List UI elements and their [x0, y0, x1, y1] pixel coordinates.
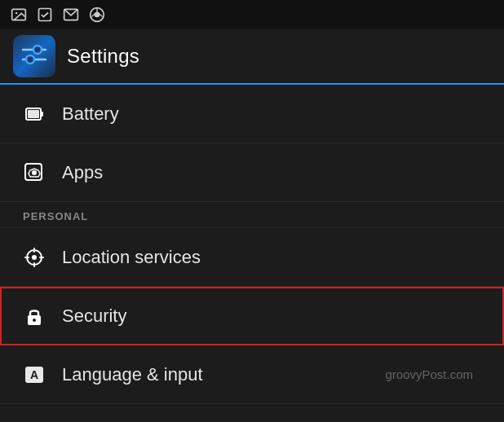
svg-point-17: [32, 170, 37, 175]
personal-section-header: PERSONAL: [0, 202, 504, 228]
svg-point-10: [33, 46, 42, 54]
mail-status-icon: [62, 6, 80, 24]
android-settings-screen: Settings Battery Apps: [0, 0, 504, 422]
svg-point-19: [32, 255, 37, 260]
svg-text:A: A: [30, 368, 38, 381]
language-label: Language & input: [62, 364, 203, 385]
menu-item-location[interactable]: Location services: [0, 228, 504, 287]
settings-app-icon: [13, 35, 55, 77]
battery-icon: [23, 103, 46, 125]
menu-item-language[interactable]: A Language & input groovyPost.com: [0, 345, 504, 404]
svg-point-1: [15, 12, 17, 15]
menu-item-apps[interactable]: Apps: [0, 143, 504, 202]
settings-header: Settings: [0, 29, 504, 85]
apps-label: Apps: [62, 162, 103, 183]
watermark: groovyPost.com: [385, 367, 473, 381]
menu-list: Battery Apps PERSONAL: [0, 85, 504, 422]
lock-icon: [23, 305, 46, 327]
battery-label: Battery: [62, 103, 119, 125]
apps-icon: [23, 161, 46, 184]
language-icon: A: [23, 363, 46, 386]
svg-point-5: [95, 12, 100, 18]
svg-point-12: [26, 55, 34, 64]
settings-sliders-icon: [20, 42, 49, 71]
location-label: Location services: [62, 247, 201, 268]
header-title: Settings: [67, 45, 139, 68]
chrome-status-icon: [88, 6, 106, 24]
svg-rect-14: [41, 112, 43, 116]
menu-item-battery[interactable]: Battery: [0, 85, 504, 143]
security-label: Security: [62, 306, 126, 327]
status-bar: [0, 0, 504, 29]
image-status-icon: [10, 6, 28, 24]
svg-rect-15: [28, 110, 39, 118]
checkbox-status-icon: [36, 6, 54, 24]
menu-item-security[interactable]: Security: [0, 287, 504, 345]
svg-point-25: [33, 319, 36, 322]
location-icon: [23, 246, 46, 269]
